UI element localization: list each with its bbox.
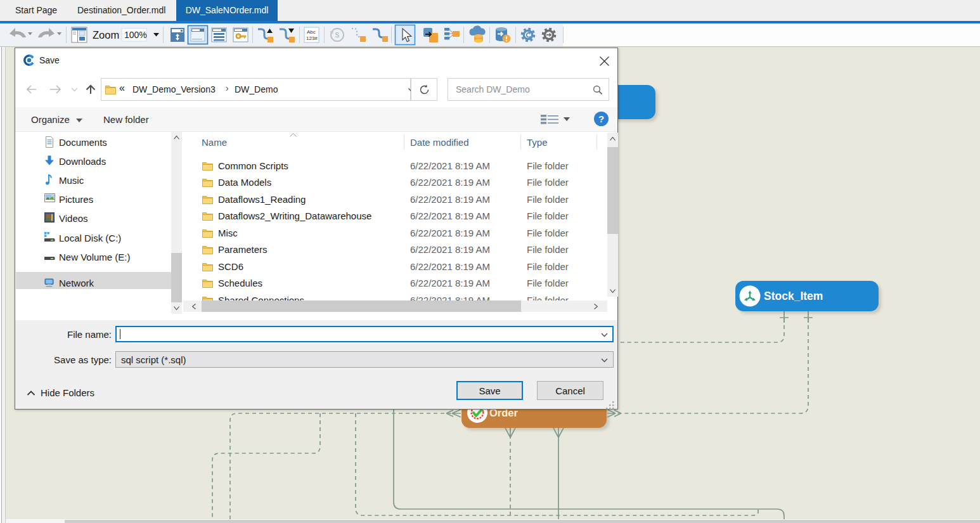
- svg-text:Abc: Abc: [307, 29, 316, 35]
- svg-text:Stock_Item: Stock_Item: [764, 290, 823, 302]
- svg-text:100%: 100%: [124, 30, 147, 40]
- svg-text:123#: 123#: [306, 36, 318, 41]
- svg-text:Zoom: Zoom: [93, 29, 119, 41]
- svg-text:S: S: [335, 32, 340, 39]
